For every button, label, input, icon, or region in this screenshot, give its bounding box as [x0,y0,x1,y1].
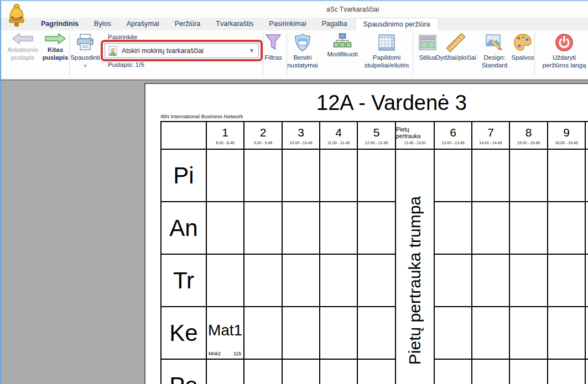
lesson-subject: Mat1 [208,322,242,339]
timetable-cell [244,150,283,202]
timetable-cell [244,202,283,255]
timetable-cell [586,307,588,360]
preview-page: 12A - Vardenė 3 IBN International Busine… [144,83,588,384]
asc-bell-logo-icon[interactable]: aSc [6,3,28,28]
timetable-cell [472,255,510,307]
lesson-teacher: Mok2 [209,351,221,356]
lunch-break-column: Pietų pertrauka trumpa [396,150,435,384]
corner-cell [162,122,207,150]
timetable-cell [244,360,283,384]
timetable-cell [586,255,588,307]
timetable-cell [283,307,320,360]
tab-pagalba[interactable]: Pagalba [314,18,355,30]
filter-button[interactable]: Filtras [260,33,287,61]
timetable-type-select[interactable]: Atskiri mokinių tvarkaraščiai ▼ [105,43,259,58]
grid-icon [377,33,397,52]
print-button[interactable]: Spausdinti ▾ [70,33,101,70]
shield-icon [293,33,313,52]
timetable-cell [472,307,510,360]
timetable-cell [586,150,588,202]
timetable-cell [472,360,510,384]
timetable-cell [207,255,244,307]
print-dropdown-caret[interactable]: ▾ [70,62,101,70]
printer-icon [75,33,95,52]
lesson-room: 115 [233,351,241,356]
timetable-cell [320,360,358,384]
tab-spausdinimo-perziura[interactable]: Spausdinimo peržiūra [355,18,439,30]
previous-page-button[interactable]: Ankstesnis puslapis [6,33,40,61]
timetable-cell [435,202,472,255]
timetable-cell [548,360,586,384]
period-header-cell [586,122,588,150]
timetable-cell [548,150,586,202]
timetable-cell [472,150,510,202]
timetable-cell [207,360,244,384]
timetable-cell [586,360,588,384]
timetable-cell [358,150,396,202]
timetable-cell [358,360,396,384]
timetable-cell [283,202,320,255]
timetable-cell [435,255,472,307]
lunch-break-header-cell: Pietų pertrauka 12.45 - 13.00 [396,122,435,150]
timetable-cell [283,360,320,384]
timetable-cell [320,150,358,202]
period-header-cell: 4 11.00 - 11.45 [320,122,358,150]
timetable-cell [283,150,320,202]
timetable-title: 12A - Vardenė 3 [223,91,560,115]
tab-perziura[interactable]: Peržiūra [167,18,209,30]
timetable-cell [320,307,358,360]
timetable-type-value: Atskiri mokinių tvarkaraščiai [122,47,247,55]
period-header-cell: 7 14.00 - 14.45 [472,122,510,150]
toolbar-separator [534,33,535,76]
combo-dropdown-icon[interactable]: ▼ [247,48,256,54]
extra-columns-rows-button[interactable]: Papildomi stulpeliai/eilutės [359,33,414,69]
general-settings-button[interactable]: Bendri nustatymai [285,33,320,69]
power-icon [554,33,574,52]
svg-text:aSc: aSc [13,15,20,19]
student-page-icon [107,45,118,56]
timetable-cell [320,202,358,255]
modify-button[interactable]: Modifikuoti [321,33,364,58]
period-header-cell: 3 10.00 - 10.45 [283,122,320,150]
day-label: Pi [162,150,207,202]
close-preview-button[interactable]: Uždaryti peržiūros langą [539,33,588,69]
print-preview-toolbar: Ankstesnis puslapis Kitas puslapis Spaus… [1,30,588,80]
timetable-cell [283,255,320,307]
day-label: Ke [162,307,207,360]
palette-icon [513,33,533,52]
timetable-cell [510,360,548,384]
period-header-cell: 6 13.00 - 13.45 [435,122,472,150]
ribbon-tab-bar: Pagrindinis Bylos Aprašymai Peržiūra Tva… [1,18,588,30]
timetable-cell [510,307,548,360]
timetable-cell [510,202,548,255]
design-button[interactable]: Design: Standard [478,33,511,69]
select-label: Pasirinkite [108,34,137,40]
timetable-cell [207,202,244,255]
period-header-cell: 1 8.00 - 8.45 [207,122,244,150]
timetable-cell [548,307,586,360]
page-indicator: Puslapis: 1/5 [108,61,144,68]
timetable-cell [510,255,548,307]
sizes-widths-button[interactable]: Dydžiai/pločiai [433,33,479,61]
timetable-cell [244,307,283,360]
tab-pasirinkimai[interactable]: Pasirinkimai [261,18,314,30]
tab-aprasymai[interactable]: Aprašymai [119,18,167,30]
next-page-button[interactable]: Kitas puslapis [41,33,70,61]
timetable-cell [435,150,472,202]
colors-button[interactable]: Spalvos [508,33,537,61]
tab-bylos[interactable]: Bylos [86,18,119,30]
toolbar-separator [413,33,413,76]
timetable-cell [435,307,472,360]
arrow-right-icon [44,33,66,45]
day-label: Tr [162,255,207,307]
funnel-icon [263,33,283,52]
tab-tvarkarastis[interactable]: Tvarkaraštis [208,18,261,30]
title-bar: aSc Tvarkaraščiai [1,1,588,18]
timetable-grid: 1 8.00 - 8.45 2 9.00 - 9.45 3 10.00 - 10… [160,121,588,384]
period-header-cell: 5 12.00 - 12.45 [358,122,396,150]
ruler-icon [446,33,466,52]
org-chart-icon [332,33,352,49]
tab-pagrindinis[interactable]: Pagrindinis [33,18,86,30]
timetable-cell [320,255,358,307]
timetable-cell [435,360,472,384]
